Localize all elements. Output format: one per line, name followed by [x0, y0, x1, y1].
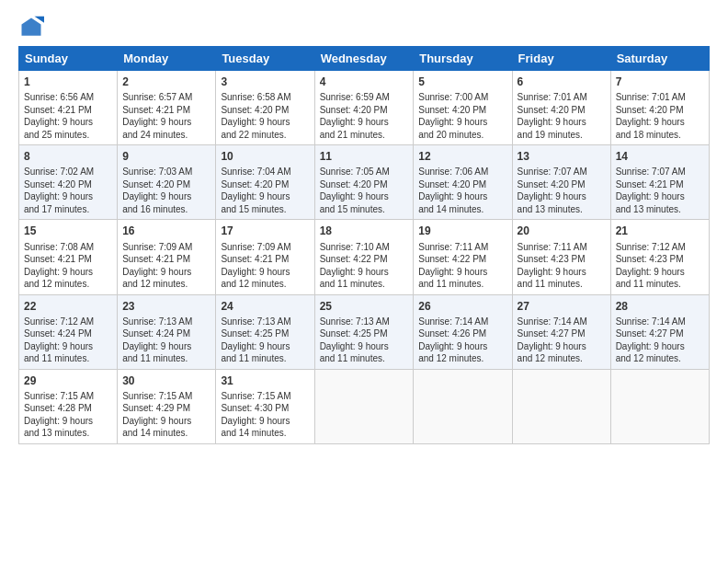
day-info: and 11 minutes.	[122, 353, 188, 363]
day-info: Sunset: 4:22 PM	[320, 254, 388, 264]
calendar-cell: 16Sunrise: 7:09 AMSunset: 4:21 PMDayligh…	[118, 220, 216, 294]
calendar-cell: 20Sunrise: 7:11 AMSunset: 4:23 PMDayligh…	[512, 220, 610, 294]
day-info: and 15 minutes.	[320, 204, 385, 214]
calendar-cell: 17Sunrise: 7:09 AMSunset: 4:21 PMDayligh…	[216, 220, 314, 294]
day-info: Sunset: 4:21 PM	[221, 254, 289, 264]
day-info: Daylight: 9 hours	[320, 341, 389, 351]
day-number: 16	[122, 224, 210, 238]
calendar-header-friday: Friday	[512, 47, 610, 71]
day-number: 25	[320, 299, 409, 314]
day-info: Sunset: 4:27 PM	[616, 328, 684, 339]
day-info: Daylight: 9 hours	[616, 191, 685, 201]
day-number: 12	[418, 149, 506, 164]
day-info: Sunrise: 7:06 AM	[418, 167, 488, 177]
day-info: and 12 minutes.	[418, 353, 483, 363]
calendar-cell	[512, 369, 610, 443]
calendar-header-row: SundayMondayTuesdayWednesdayThursdayFrid…	[19, 47, 710, 71]
logo-icon	[18, 15, 44, 40]
day-number: 7	[616, 75, 704, 89]
day-info: and 12 minutes.	[122, 279, 188, 289]
calendar-cell: 4Sunrise: 6:59 AMSunset: 4:20 PMDaylight…	[314, 71, 414, 145]
calendar-cell: 7Sunrise: 7:01 AMSunset: 4:20 PMDaylight…	[610, 71, 709, 145]
day-info: Sunrise: 7:15 AM	[24, 391, 94, 401]
calendar-week-5: 29Sunrise: 7:15 AMSunset: 4:28 PMDayligh…	[19, 369, 710, 443]
day-info: and 11 minutes.	[418, 279, 483, 289]
day-info: and 11 minutes.	[221, 353, 286, 363]
day-info: Sunrise: 7:12 AM	[24, 316, 94, 327]
day-info: and 15 minutes.	[221, 204, 286, 214]
day-info: Daylight: 9 hours	[320, 117, 389, 127]
calendar-cell: 12Sunrise: 7:06 AMSunset: 4:20 PMDayligh…	[414, 145, 512, 220]
day-info: and 18 minutes.	[616, 130, 681, 140]
day-info: Daylight: 9 hours	[320, 191, 389, 201]
day-info: Daylight: 9 hours	[122, 191, 191, 201]
day-info: Daylight: 9 hours	[221, 117, 290, 127]
day-info: Daylight: 9 hours	[24, 267, 93, 277]
day-info: Daylight: 9 hours	[24, 416, 93, 426]
day-info: Sunrise: 7:11 AM	[518, 242, 587, 252]
calendar-cell: 3Sunrise: 6:58 AMSunset: 4:20 PMDaylight…	[216, 71, 314, 145]
day-info: Daylight: 9 hours	[221, 267, 290, 277]
calendar-cell: 15Sunrise: 7:08 AMSunset: 4:21 PMDayligh…	[19, 220, 118, 294]
header	[18, 15, 710, 40]
calendar-header-saturday: Saturday	[610, 47, 709, 71]
day-info: Sunset: 4:21 PM	[24, 254, 92, 264]
day-number: 10	[221, 149, 309, 164]
day-info: and 13 minutes.	[616, 204, 681, 214]
calendar-week-2: 8Sunrise: 7:02 AMSunset: 4:20 PMDaylight…	[19, 145, 710, 220]
day-number: 5	[418, 75, 506, 89]
day-info: Sunrise: 7:14 AM	[616, 316, 686, 327]
day-info: Sunset: 4:30 PM	[221, 403, 289, 413]
day-info: Sunset: 4:20 PM	[418, 179, 486, 190]
day-number: 1	[24, 75, 112, 89]
day-info: Sunrise: 7:13 AM	[320, 316, 390, 327]
day-info: Sunrise: 7:14 AM	[518, 316, 587, 327]
day-info: and 20 minutes.	[418, 130, 483, 140]
day-number: 3	[221, 75, 309, 89]
day-info: and 19 minutes.	[518, 130, 583, 140]
calendar-cell: 2Sunrise: 6:57 AMSunset: 4:21 PMDaylight…	[118, 71, 216, 145]
day-info: Sunset: 4:23 PM	[518, 254, 586, 264]
day-info: Daylight: 9 hours	[221, 341, 290, 351]
day-info: Sunrise: 7:09 AM	[122, 242, 192, 252]
day-info: Sunset: 4:20 PM	[518, 179, 586, 190]
day-info: Sunrise: 7:01 AM	[616, 92, 686, 102]
calendar-cell: 21Sunrise: 7:12 AMSunset: 4:23 PMDayligh…	[610, 220, 709, 294]
day-info: Daylight: 9 hours	[518, 117, 586, 127]
day-info: and 22 minutes.	[221, 130, 286, 140]
day-number: 9	[122, 149, 210, 164]
calendar-cell: 23Sunrise: 7:13 AMSunset: 4:24 PMDayligh…	[118, 294, 216, 369]
day-info: Daylight: 9 hours	[122, 117, 191, 127]
day-info: and 12 minutes.	[616, 353, 681, 363]
calendar-cell: 10Sunrise: 7:04 AMSunset: 4:20 PMDayligh…	[216, 145, 314, 220]
day-info: Sunrise: 7:04 AM	[221, 167, 290, 177]
day-info: Sunrise: 7:01 AM	[518, 92, 587, 102]
day-info: Daylight: 9 hours	[320, 267, 389, 277]
day-number: 11	[320, 149, 409, 164]
calendar-cell	[610, 369, 709, 443]
day-info: Daylight: 9 hours	[122, 267, 191, 277]
day-info: Sunset: 4:21 PM	[122, 105, 190, 115]
day-number: 13	[518, 149, 606, 164]
day-number: 21	[616, 224, 704, 238]
day-info: Sunset: 4:21 PM	[122, 254, 190, 264]
day-number: 27	[518, 299, 606, 314]
calendar-cell: 26Sunrise: 7:14 AMSunset: 4:26 PMDayligh…	[414, 294, 512, 369]
day-info: Sunset: 4:24 PM	[122, 328, 190, 339]
day-info: Daylight: 9 hours	[518, 191, 586, 201]
day-info: Daylight: 9 hours	[122, 416, 191, 426]
calendar-cell: 18Sunrise: 7:10 AMSunset: 4:22 PMDayligh…	[314, 220, 414, 294]
day-info: and 12 minutes.	[221, 279, 286, 289]
day-info: Sunrise: 7:15 AM	[221, 391, 290, 401]
calendar-week-1: 1Sunrise: 6:56 AMSunset: 4:21 PMDaylight…	[19, 71, 710, 145]
day-info: and 13 minutes.	[518, 204, 583, 214]
day-number: 20	[518, 224, 606, 238]
day-info: and 25 minutes.	[24, 130, 89, 140]
calendar-cell	[414, 369, 512, 443]
day-number: 4	[320, 75, 409, 89]
day-info: Sunrise: 7:02 AM	[24, 167, 94, 177]
page: SundayMondayTuesdayWednesdayThursdayFrid…	[0, 0, 728, 454]
day-info: Sunrise: 7:11 AM	[418, 242, 488, 252]
day-info: and 16 minutes.	[122, 204, 188, 214]
day-info: Daylight: 9 hours	[518, 267, 586, 277]
